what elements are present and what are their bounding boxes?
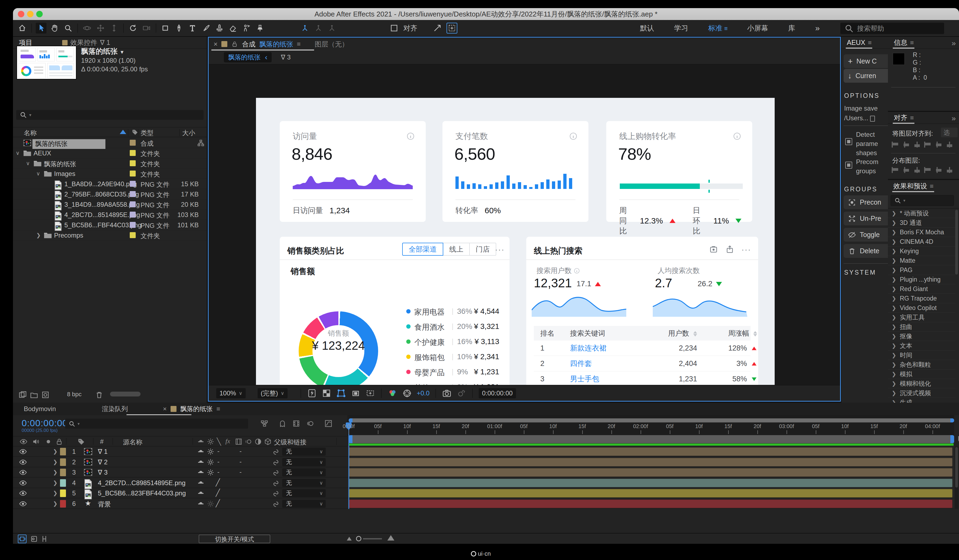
legend-item[interactable]: 母婴产品|9%¥ 1,231 (280, 368, 510, 377)
collapse-transforms-switch[interactable] (207, 500, 215, 508)
chevron-right-icon[interactable]: ❯ (892, 369, 896, 379)
eye-icon[interactable] (19, 489, 27, 497)
table-row[interactable]: 1新款连衣裙2,234128% (534, 340, 750, 356)
info-icon[interactable] (569, 132, 578, 140)
home-tool-icon[interactable] (17, 23, 27, 33)
effects-category[interactable]: ❯Video Copilot (888, 303, 956, 313)
expander-icon[interactable]: ❯ (53, 448, 57, 455)
quality-switch[interactable]: - (217, 447, 220, 455)
snapshot-camera-icon[interactable] (442, 388, 452, 398)
workspace-tab-学习[interactable]: 学习 (674, 24, 688, 33)
chevron-right-icon[interactable]: ❯ (892, 228, 896, 237)
orbit-camera-tool-icon[interactable] (81, 23, 92, 33)
cell-keyword[interactable]: 男士手包 (570, 374, 646, 384)
camera-tool-icon[interactable] (141, 23, 152, 33)
distribute-button-6[interactable] (946, 166, 954, 174)
project-row[interactable]: ∨Images文件夹 (13, 169, 207, 179)
label-swatch[interactable] (130, 170, 136, 177)
collapse-transforms-switch[interactable] (207, 468, 215, 476)
zoom-out-icon[interactable] (347, 537, 352, 541)
info-icon[interactable] (733, 132, 741, 140)
zoom-window-button[interactable] (36, 11, 43, 17)
label-swatch[interactable] (130, 232, 136, 238)
tab-info[interactable]: 信息≡ (891, 37, 916, 49)
timeline-track-row[interactable] (347, 467, 954, 477)
brush-tool-icon[interactable] (201, 23, 211, 33)
project-row[interactable]: 3_1B4D9...89A8A558.pngPNG 文件20 KB (13, 199, 207, 210)
label-swatch[interactable] (60, 448, 66, 455)
fast-preview-icon[interactable] (307, 388, 317, 398)
chevron-right-icon[interactable]: ❯ (892, 284, 896, 294)
magnification-select[interactable]: 100%∨ (216, 388, 246, 398)
effects-category[interactable]: ❯RG Trapcode (888, 294, 956, 303)
parent-select[interactable]: 无 (282, 489, 326, 497)
world-axis-mode-icon[interactable] (313, 23, 324, 33)
project-row[interactable]: 飘落的纸张合成 (13, 138, 207, 148)
effects-category[interactable]: ❯文本 (888, 341, 956, 350)
chevron-right-icon[interactable]: ❯ (892, 294, 896, 303)
shy-switch[interactable] (197, 447, 205, 456)
effects-category[interactable]: ❯生成 (888, 398, 956, 403)
label-swatch[interactable] (130, 181, 136, 187)
effects-category[interactable]: ❯沉浸式视频 (888, 388, 956, 398)
project-search[interactable]: ▾ (16, 110, 204, 120)
layer-name[interactable]: ∇ 1 (98, 448, 108, 455)
tab-align[interactable]: 对齐≡ (891, 112, 916, 124)
rotation-tool-icon[interactable] (127, 23, 139, 33)
show-snapshot-icon[interactable] (457, 388, 466, 398)
pen-tool-icon[interactable] (174, 23, 184, 33)
tab-effects-presets[interactable]: 效果和预设≡ (890, 180, 936, 192)
tab-aeux[interactable]: AEUX≡ (844, 37, 874, 49)
distribute-button-4[interactable] (924, 166, 932, 174)
chevron-right-icon[interactable]: ❯ (892, 313, 896, 322)
region-of-interest-icon[interactable] (351, 388, 360, 398)
item-name[interactable]: Precomps (54, 232, 83, 239)
layer-name[interactable]: ∇ 2 (98, 458, 108, 466)
effects-category[interactable]: ❯抠像 (888, 332, 956, 341)
eye-icon[interactable] (19, 468, 27, 476)
timeline-track-row[interactable] (347, 457, 954, 467)
aeux-new-comp-button[interactable]: +New C (844, 54, 888, 68)
timeline-layer-row[interactable]: ❯44_2BC7D...C898514895E.png╱无 (13, 478, 347, 488)
col-header-4[interactable]: 周涨幅 (697, 329, 757, 338)
parent-select[interactable]: 无 (282, 468, 326, 476)
project-row[interactable]: ∨飘落的纸张文件夹 (13, 158, 207, 169)
more-icon[interactable]: ··· (495, 245, 505, 254)
mask-target-icon[interactable] (446, 23, 457, 33)
legend-item[interactable]: 食用酒水|20%¥ 3,321 (280, 322, 510, 331)
layer-duration-bar[interactable] (349, 500, 953, 508)
chevron-right-icon[interactable]: ❯ (892, 398, 896, 403)
snap-label[interactable]: 对齐 (403, 24, 417, 33)
parent-pickwhip-icon[interactable] (272, 458, 280, 466)
align-button-1[interactable] (892, 140, 900, 149)
expander-icon[interactable]: ❯ (36, 232, 41, 239)
aeux-toggle-button[interactable]: Toggle (844, 228, 888, 242)
timeline-track-row[interactable] (347, 478, 954, 488)
parent-select[interactable]: 无 (282, 458, 326, 466)
roto-brush-tool-icon[interactable] (241, 23, 252, 33)
share-icon[interactable] (725, 245, 734, 254)
timeline-track-row[interactable] (347, 447, 954, 457)
expand-inout-columns-icon[interactable] (40, 535, 49, 543)
project-row[interactable]: 2_795BF...8068CD35.pngPNG 文件17 KB (13, 189, 207, 199)
item-name[interactable]: 2_795BF...8068CD35.png (64, 191, 139, 198)
more-icon[interactable]: ··· (741, 245, 751, 254)
aeux-precompose-button[interactable]: Precon (844, 196, 888, 209)
align-to-select[interactable]: 选 (941, 127, 957, 137)
project-column-headers[interactable]: 名称 类型 大小 (13, 127, 207, 137)
type-tool-icon[interactable] (187, 23, 198, 33)
transparency-grid-icon[interactable] (322, 388, 331, 398)
timeline-track-row[interactable] (347, 488, 954, 498)
exposure-icon[interactable] (402, 388, 412, 398)
channel-tab-1[interactable]: 全部渠道 (402, 243, 443, 256)
expander-icon[interactable]: ❯ (53, 490, 57, 496)
parent-select[interactable]: 无 (282, 447, 326, 456)
legend-item[interactable]: 服饰箱包|10%¥ 2,341 (280, 352, 510, 362)
legend-item[interactable]: 家用电器|36%¥ 4,544 (280, 307, 510, 316)
align-button-6[interactable] (946, 140, 954, 149)
distribute-button-5[interactable] (935, 166, 943, 174)
cell-keyword[interactable]: 新款连衣裙 (570, 343, 646, 353)
viewer-tab-comp-name[interactable]: 飘落的纸张 (259, 40, 293, 49)
close-window-button[interactable] (18, 11, 24, 17)
timeline-layer-row[interactable]: ❯55_BC5B6...823FBF44C03.png╱无 (13, 488, 347, 498)
